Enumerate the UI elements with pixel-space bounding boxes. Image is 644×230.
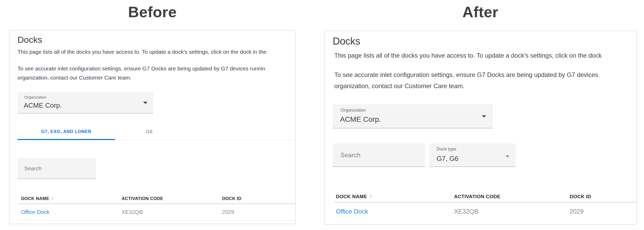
dock-type-select-label: Dock type	[437, 147, 456, 152]
column-header-dock-name[interactable]: DOCK NAME↑	[336, 194, 372, 199]
chevron-down-icon	[482, 115, 486, 118]
tab-g6[interactable]: G6	[115, 129, 183, 135]
dock-id-cell: 2029	[570, 208, 583, 215]
column-header-dock-id[interactable]: DOCK ID	[570, 194, 591, 199]
search-field[interactable]	[333, 143, 425, 167]
search-input[interactable]	[333, 143, 425, 167]
organization-select-value: ACME Corp.	[24, 101, 62, 110]
organization-select[interactable]: Organization ACME Corp.	[333, 104, 493, 128]
dock-type-select[interactable]: Dock type G7, G6	[429, 143, 516, 167]
column-header-activation-code[interactable]: ACTIVATION CODE	[122, 196, 163, 201]
dock-id-cell: 2029	[222, 209, 234, 215]
organization-select-label: Organization	[24, 95, 46, 99]
paragraph-line: To see accurate inlet configuration sett…	[17, 64, 265, 73]
organization-select-label: Organization	[341, 108, 366, 113]
activation-code-cell: XE32QB	[454, 208, 478, 215]
table-header-divider	[334, 202, 636, 202]
page-title: Docks	[333, 36, 360, 47]
tab-g7-exo-and-loner[interactable]: G7, EXO, AND LONER	[17, 129, 115, 134]
after-heading: After	[324, 3, 637, 24]
table-header-divider	[17, 204, 295, 204]
column-header-label: DOCK NAME	[336, 194, 367, 199]
column-header-dock-name[interactable]: DOCK NAME↑	[21, 196, 54, 201]
table-row-divider	[17, 220, 295, 221]
active-tab-indicator	[17, 139, 115, 140]
inlet-config-paragraph: To see accurate inlet configuration sett…	[334, 69, 598, 92]
paragraph-line: To see accurate inlet configuration sett…	[334, 69, 598, 80]
dock-type-select-value: G7, G6	[437, 155, 458, 163]
dock-name-link[interactable]: Office Dock	[21, 209, 49, 215]
before-heading: Before	[9, 3, 296, 24]
organization-select[interactable]: Organization ACME Corp.	[17, 92, 153, 113]
column-header-dock-id[interactable]: DOCK ID	[222, 196, 241, 201]
paragraph-line: organization, contact our Customer Care …	[334, 80, 598, 92]
intro-paragraph: This page lists all of the docks you hav…	[17, 49, 266, 55]
intro-paragraph: This page lists all of the docks you hav…	[334, 52, 602, 59]
sort-ascending-icon: ↑	[369, 194, 372, 199]
page-title: Docks	[17, 35, 42, 45]
search-input[interactable]	[17, 158, 96, 179]
column-header-label: DOCK NAME	[21, 196, 49, 201]
inlet-config-paragraph: To see accurate inlet configuration sett…	[17, 64, 265, 82]
activation-code-cell: XE32QB	[122, 209, 143, 215]
docks-panel-after: Docks This page lists all of the docks y…	[324, 31, 637, 225]
paragraph-line: organization, contact our Customer Care …	[17, 73, 265, 82]
docks-panel-before: Docks This page lists all of the docks y…	[9, 30, 296, 224]
chevron-down-icon	[143, 102, 147, 104]
before-after-comparison: Before After Docks This page lists all o…	[0, 0, 644, 230]
column-header-activation-code[interactable]: ACTIVATION CODE	[454, 194, 500, 199]
dock-name-link[interactable]: Office Dock	[336, 208, 368, 215]
search-field[interactable]	[17, 158, 96, 179]
sort-ascending-icon: ↑	[52, 196, 54, 201]
organization-select-value: ACME Corp.	[340, 115, 381, 124]
chevron-down-icon	[506, 155, 509, 158]
